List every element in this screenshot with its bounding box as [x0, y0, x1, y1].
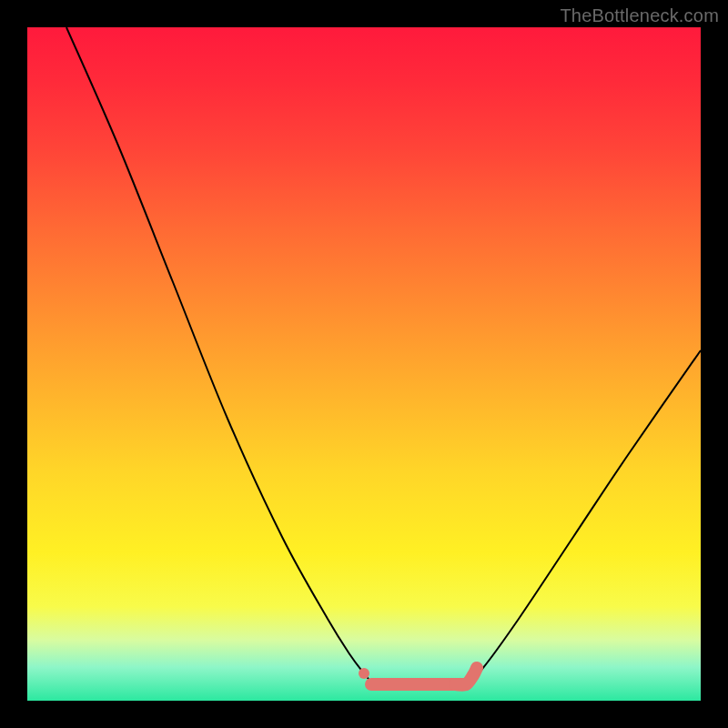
watermark-text: TheBottleneck.com	[560, 5, 719, 26]
left-curve	[66, 27, 373, 684]
left-dot-marker	[359, 668, 369, 679]
plot-area	[27, 27, 701, 701]
chart-svg	[27, 27, 701, 701]
right-hook	[455, 668, 477, 685]
chart-frame: TheBottleneck.com	[0, 0, 728, 728]
right-curve	[464, 350, 701, 684]
